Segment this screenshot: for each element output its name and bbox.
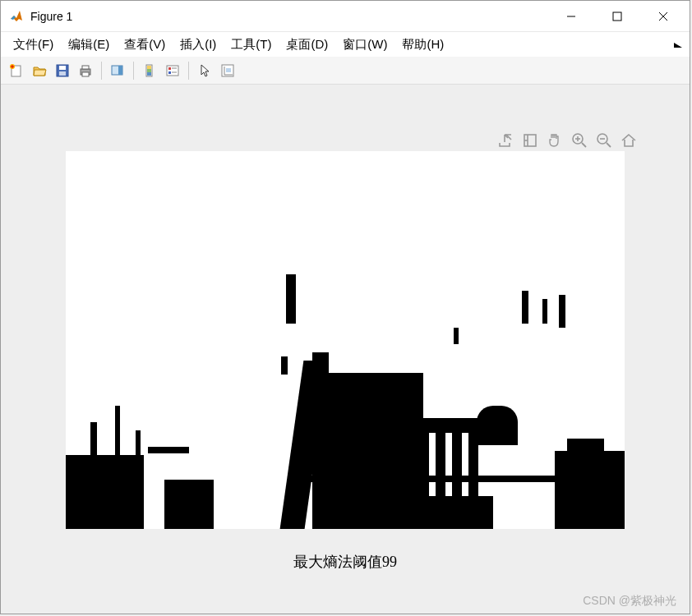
zoom-in-icon[interactable] bbox=[570, 131, 589, 150]
svg-rect-18 bbox=[167, 66, 178, 76]
figure-caption: 最大熵法阈值99 bbox=[293, 552, 397, 572]
save-button[interactable] bbox=[52, 60, 73, 81]
insert-legend-button[interactable] bbox=[162, 60, 183, 81]
open-button[interactable] bbox=[29, 60, 50, 81]
window-title: Figure 1 bbox=[30, 10, 548, 23]
menu-desktop[interactable]: 桌面(D) bbox=[279, 34, 335, 56]
svg-rect-19 bbox=[168, 67, 171, 70]
maximize-button[interactable] bbox=[594, 2, 640, 31]
svg-rect-26 bbox=[226, 68, 231, 72]
svg-rect-8 bbox=[59, 71, 66, 76]
svg-rect-10 bbox=[82, 66, 89, 69]
svg-rect-13 bbox=[118, 66, 122, 75]
watermark-text: CSDN @紫极神光 bbox=[583, 594, 676, 609]
svg-rect-11 bbox=[82, 72, 89, 76]
menu-file[interactable]: 文件(F) bbox=[6, 34, 61, 56]
svg-rect-16 bbox=[147, 69, 151, 72]
dock-arrow-icon[interactable] bbox=[673, 40, 683, 54]
menu-insert[interactable]: 插入(I) bbox=[173, 34, 224, 56]
toolbar-separator bbox=[101, 62, 102, 80]
axes-toolbar bbox=[496, 131, 639, 150]
svg-line-31 bbox=[582, 143, 586, 147]
insert-colorbar-button[interactable] bbox=[139, 60, 160, 81]
print-button[interactable] bbox=[75, 60, 96, 81]
menu-tools[interactable]: 工具(T) bbox=[224, 34, 279, 56]
figure-window: Figure 1 文件(F) 编辑(E) 查看(V) 插入(I) 工具(T) 桌… bbox=[0, 0, 690, 614]
svg-rect-1 bbox=[613, 12, 621, 21]
svg-rect-15 bbox=[147, 66, 151, 69]
menu-window[interactable]: 窗口(W) bbox=[335, 34, 394, 56]
menu-edit[interactable]: 编辑(E) bbox=[61, 34, 117, 56]
brush-icon[interactable] bbox=[520, 131, 540, 150]
toolbar bbox=[1, 57, 690, 85]
new-figure-button[interactable] bbox=[6, 60, 27, 81]
export-icon[interactable] bbox=[496, 131, 515, 150]
edit-plot-button[interactable] bbox=[107, 60, 128, 81]
menu-view[interactable]: 查看(V) bbox=[117, 34, 173, 56]
minimize-button[interactable] bbox=[548, 2, 594, 31]
figure-area: 最大熵法阈值99 CSDN @紫极神光 bbox=[1, 85, 690, 614]
pan-icon[interactable] bbox=[545, 131, 565, 150]
link-brush-button[interactable] bbox=[217, 60, 238, 81]
pointer-button[interactable] bbox=[194, 60, 215, 81]
svg-rect-17 bbox=[147, 72, 151, 76]
menu-help[interactable]: 帮助(H) bbox=[394, 34, 451, 56]
matlab-icon bbox=[9, 9, 24, 24]
zoom-out-icon[interactable] bbox=[594, 131, 614, 150]
title-bar: Figure 1 bbox=[1, 1, 690, 32]
menu-bar: 文件(F) 编辑(E) 查看(V) 插入(I) 工具(T) 桌面(D) 窗口(W… bbox=[1, 32, 690, 57]
window-controls bbox=[548, 2, 686, 31]
close-button[interactable] bbox=[640, 2, 686, 31]
toolbar-separator bbox=[133, 62, 134, 80]
svg-rect-20 bbox=[168, 71, 171, 74]
toolbar-separator bbox=[188, 62, 189, 80]
image-canvas bbox=[66, 151, 625, 529]
svg-rect-7 bbox=[59, 66, 66, 70]
svg-line-35 bbox=[607, 143, 611, 147]
home-icon[interactable] bbox=[619, 131, 639, 150]
